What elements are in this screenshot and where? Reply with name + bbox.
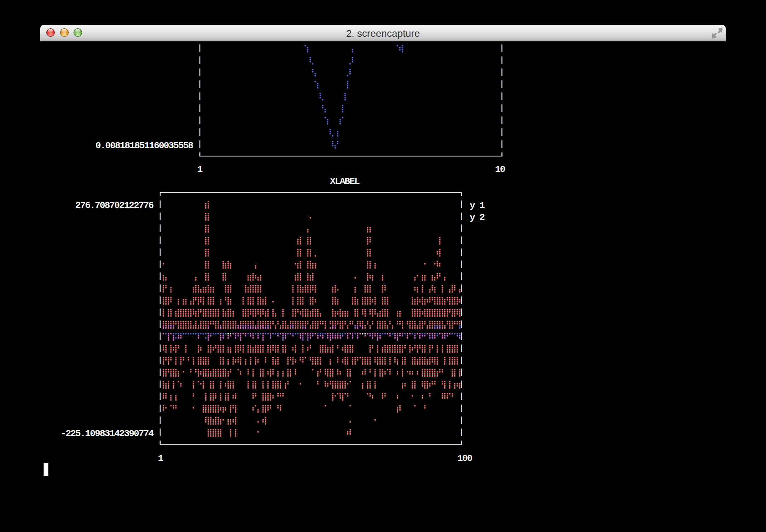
svg-text:XLABEL: XLABEL [330,176,360,187]
svg-text:100: 100 [457,453,472,464]
svg-text:276.708702122776: 276.708702122776 [75,200,153,211]
svg-text:y_2: y_2 [470,212,485,223]
svg-text:0.008181851160035558: 0.008181851160035558 [95,140,193,151]
svg-text:1: 1 [197,164,203,175]
svg-text:10: 10 [495,164,505,175]
svg-text:-225.10983142390774: -225.10983142390774 [61,428,154,439]
svg-text:1: 1 [158,453,163,464]
svg-text:y_1: y_1 [470,200,485,211]
